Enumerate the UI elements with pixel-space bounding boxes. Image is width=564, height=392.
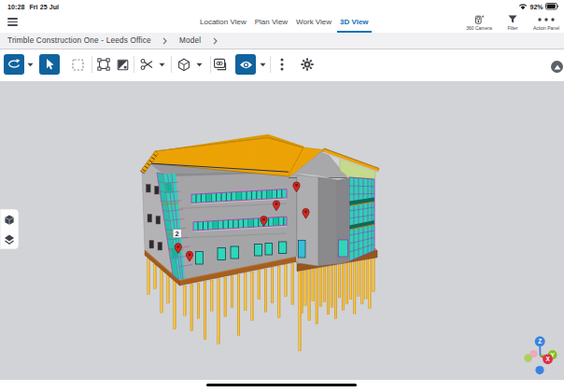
- chevron-right-icon: [213, 37, 218, 45]
- views-icon: [213, 58, 228, 72]
- viewer-side-panel: [0, 209, 19, 249]
- axis-gizmo[interactable]: Y X Z: [524, 336, 557, 374]
- orbit-icon: [7, 58, 21, 71]
- orbit-tool-button[interactable]: [4, 54, 24, 75]
- action-panel-icon: [537, 15, 556, 23]
- invert-selection-button[interactable]: [112, 54, 133, 75]
- orbit-tool-caret[interactable]: [25, 54, 35, 75]
- transform-icon: [97, 58, 110, 71]
- marker-label[interactable]: 2: [173, 230, 181, 238]
- action-panel-label: Action Panel: [533, 25, 559, 31]
- breadcrumb-project[interactable]: Trimble Construction One - Leeds Office: [7, 36, 151, 45]
- menu-icon[interactable]: [7, 16, 20, 28]
- tab-3d-view[interactable]: 3D View: [340, 13, 369, 33]
- nav-actions: 360 Camera Filter Action: [465, 13, 560, 33]
- tab-work-view[interactable]: Work View: [296, 13, 331, 33]
- svg-text:Z: Z: [538, 338, 542, 344]
- model-tool-caret[interactable]: [194, 54, 204, 75]
- action-panel-button[interactable]: Action Panel: [532, 13, 560, 33]
- eye-icon: [239, 60, 253, 70]
- battery-icon: [545, 3, 559, 11]
- model-tool-button[interactable]: [174, 54, 194, 75]
- cursor-icon: [44, 58, 55, 71]
- filter-label: Filter: [507, 25, 517, 31]
- breadcrumb-model[interactable]: Model: [179, 36, 201, 45]
- select-tool-button[interactable]: [39, 54, 60, 75]
- toolbar-separator: [134, 56, 134, 73]
- more-vertical-icon: [280, 58, 284, 71]
- status-time: 10:28: [7, 4, 24, 10]
- gear-icon: [301, 58, 314, 71]
- app-root: 10:28 Fri 25 Jul 92% Locatio: [0, 0, 564, 392]
- gizmo-neg-z-dot[interactable]: [535, 366, 543, 374]
- gizmo-x-axis[interactable]: X: [543, 354, 553, 364]
- marquee-select-button[interactable]: [67, 54, 88, 75]
- 360-camera-icon: [474, 15, 485, 23]
- tower-door: [299, 241, 306, 259]
- 360-camera-button[interactable]: 360 Camera: [465, 13, 493, 33]
- settings-button[interactable]: [297, 54, 317, 75]
- filter-button[interactable]: Filter: [499, 13, 527, 33]
- svg-text:X: X: [545, 356, 550, 362]
- model-viewport[interactable]: 2: [0, 81, 564, 380]
- toolbar-separator: [92, 56, 92, 73]
- views-button[interactable]: [210, 54, 231, 75]
- tab-plan-view[interactable]: Plan View: [255, 13, 288, 33]
- toolbar-separator: [270, 56, 271, 73]
- cube-icon: [177, 58, 190, 72]
- filter-icon: [508, 15, 517, 23]
- wifi-icon: [518, 3, 528, 11]
- view-tabs: Location View Plan View Work View 3D Vie…: [200, 13, 369, 33]
- more-options-button[interactable]: [272, 54, 292, 75]
- wing-ground-window: [339, 240, 348, 257]
- 360-camera-label: 360 Camera: [466, 25, 492, 31]
- gizmo-z-axis[interactable]: Z: [535, 336, 545, 346]
- battery-percent: 92%: [529, 4, 543, 10]
- marquee-icon: [72, 59, 84, 71]
- cut-tool-button[interactable]: [136, 54, 157, 75]
- svg-text:2: 2: [176, 230, 179, 238]
- toolbar-separator: [171, 56, 172, 73]
- building-model: 2: [0, 134, 557, 374]
- breadcrumb: Trimble Construction One - Leeds Office …: [0, 33, 564, 49]
- visibility-button[interactable]: [235, 54, 256, 75]
- transform-tool-button[interactable]: [93, 54, 114, 75]
- bottom-strip: [0, 380, 564, 392]
- stair-tower: [296, 174, 338, 267]
- status-bar: 10:28 Fri 25 Jul 92%: [0, 0, 564, 13]
- status-date: Fri 25 Jul: [29, 4, 59, 10]
- triangle-up-icon: [554, 64, 561, 70]
- nav-bar: Location View Plan View Work View 3D Vie…: [0, 13, 564, 33]
- visibility-caret[interactable]: [258, 54, 267, 75]
- tab-location-view[interactable]: Location View: [200, 13, 247, 33]
- toolbar: [0, 49, 564, 81]
- invert-icon: [117, 59, 129, 71]
- home-indicator[interactable]: [206, 384, 357, 386]
- gizmo-neg-x-dot[interactable]: [530, 350, 538, 357]
- chevron-right-icon: [162, 37, 167, 45]
- cut-tool-caret[interactable]: [157, 54, 166, 75]
- wing-curtain-wall: [349, 177, 374, 261]
- scissors-icon: [140, 58, 153, 71]
- collapse-toolbar-button[interactable]: [551, 61, 563, 73]
